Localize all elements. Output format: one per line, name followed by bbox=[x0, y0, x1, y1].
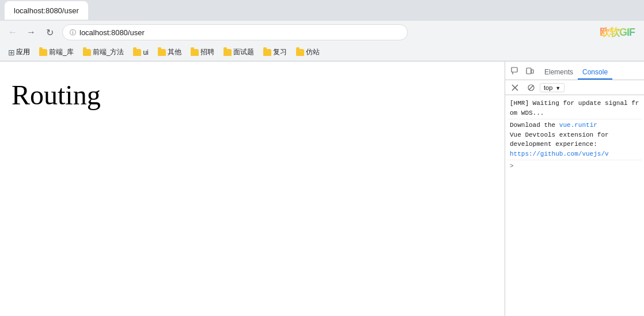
bookmarks-bar: ⊞ 应用 前端_库 前端_方法 ui 其他 招聘 面试题 复习 bbox=[0, 44, 644, 61]
folder-icon-4 bbox=[191, 49, 199, 56]
bookmark-label-0: 前端_库 bbox=[49, 47, 74, 57]
download-prefix: Download the bbox=[510, 122, 559, 129]
clear-icon bbox=[512, 84, 518, 91]
bookmark-label-6: 复习 bbox=[273, 47, 287, 57]
bookmark-label-1: 前端_方法 bbox=[93, 47, 124, 57]
bookmark-item-6[interactable]: 复习 bbox=[260, 46, 290, 58]
clear-console-button[interactable] bbox=[507, 80, 522, 95]
vue-devtools-link[interactable]: vue.runtir bbox=[559, 122, 597, 129]
folder-icon-1 bbox=[83, 49, 91, 56]
apps-grid-icon: ⊞ bbox=[8, 48, 15, 57]
devtools-logo: 欧软GIF bbox=[600, 25, 639, 39]
bookmark-label-7: 仿站 bbox=[306, 47, 320, 57]
devtools-panel: Elements Console bbox=[505, 62, 644, 316]
console-message-0: [HMR] Waiting for update signal from WDS… bbox=[507, 97, 642, 119]
nav-buttons: ← → ↻ bbox=[5, 24, 58, 40]
devtools-toolbar: Elements Console bbox=[505, 62, 644, 80]
bookmark-item-0[interactable]: 前端_库 bbox=[36, 46, 77, 58]
prompt-arrow: > bbox=[510, 161, 514, 171]
folder-icon-7 bbox=[296, 49, 304, 56]
bookmark-item-7[interactable]: 仿站 bbox=[293, 46, 323, 58]
block-icon bbox=[528, 84, 535, 91]
bookmark-item-5[interactable]: 面试题 bbox=[220, 46, 257, 58]
console-message-1: Download the vue.runtir Vue Devtools ext… bbox=[507, 119, 642, 160]
tab-console[interactable]: Console bbox=[578, 66, 612, 80]
github-link[interactable]: https://github.com/vuejs/v bbox=[510, 151, 609, 157]
inspect-icon bbox=[511, 67, 519, 75]
bookmark-apps[interactable]: ⊞ 应用 bbox=[5, 46, 33, 58]
devtools-tabs: Elements Console bbox=[537, 62, 612, 80]
page-heading: Routing bbox=[12, 79, 493, 111]
bookmark-item-3[interactable]: 其他 bbox=[154, 46, 185, 58]
back-button[interactable]: ← bbox=[5, 24, 21, 40]
context-dropdown-icon: ▼ bbox=[555, 85, 560, 91]
browser-chrome: localhost:8080/user ← → ↻ ⓘ localhost:80… bbox=[0, 0, 644, 62]
bookmark-item-4[interactable]: 招聘 bbox=[187, 46, 218, 58]
devtools-secondary-toolbar: top ▼ bbox=[505, 80, 644, 95]
tab-console-label: Console bbox=[582, 68, 608, 76]
url-bar[interactable]: ⓘ localhost:8080/user bbox=[62, 24, 408, 40]
svg-line-7 bbox=[529, 85, 533, 90]
main-area: Routing Elements C bbox=[0, 62, 644, 316]
tab-bar: localhost:8080/user bbox=[0, 0, 644, 21]
devtools-suffix: development experience: bbox=[510, 141, 597, 148]
svg-rect-2 bbox=[526, 68, 531, 74]
folder-icon-2 bbox=[133, 49, 141, 56]
console-content: [HMR] Waiting for update signal from WDS… bbox=[505, 95, 644, 316]
context-selector[interactable]: top ▼ bbox=[540, 83, 565, 92]
bookmark-item-1[interactable]: 前端_方法 bbox=[79, 46, 128, 58]
device-icon bbox=[526, 67, 534, 75]
console-prompt: > bbox=[507, 160, 642, 172]
bookmark-label-5: 面试题 bbox=[233, 47, 254, 57]
reload-button[interactable]: ↻ bbox=[41, 24, 58, 40]
security-icon: ⓘ bbox=[70, 28, 76, 37]
url-text: localhost:8080/user bbox=[79, 28, 145, 37]
tab-title: localhost:8080/user bbox=[14, 6, 79, 15]
folder-icon-5 bbox=[223, 49, 232, 56]
bookmark-label-3: 其他 bbox=[168, 47, 181, 57]
folder-icon-0 bbox=[39, 49, 47, 56]
forward-button[interactable]: → bbox=[23, 24, 39, 40]
inspect-element-button[interactable] bbox=[507, 63, 522, 78]
bookmark-label-4: 招聘 bbox=[200, 47, 214, 57]
svg-rect-3 bbox=[531, 70, 533, 73]
devtools-middle: Vue Devtools extension for bbox=[510, 131, 609, 138]
folder-icon-6 bbox=[263, 49, 271, 56]
device-toolbar-button[interactable] bbox=[522, 63, 537, 78]
apps-label: 应用 bbox=[16, 47, 30, 57]
context-value: top bbox=[544, 84, 552, 91]
block-network-button[interactable] bbox=[524, 80, 539, 95]
tab-elements-label: Elements bbox=[544, 68, 573, 76]
bookmark-item-2[interactable]: ui bbox=[130, 47, 151, 58]
page-content: Routing bbox=[0, 62, 505, 316]
hmr-message: [HMR] Waiting for update signal from WDS… bbox=[510, 100, 639, 116]
svg-rect-0 bbox=[512, 67, 517, 72]
tab-elements[interactable]: Elements bbox=[540, 66, 578, 80]
active-tab[interactable]: localhost:8080/user bbox=[5, 1, 88, 20]
bookmark-label-2: ui bbox=[143, 48, 148, 57]
address-bar: ← → ↻ ⓘ localhost:8080/user 欧软GIF bbox=[0, 21, 644, 44]
folder-icon-3 bbox=[158, 49, 166, 56]
